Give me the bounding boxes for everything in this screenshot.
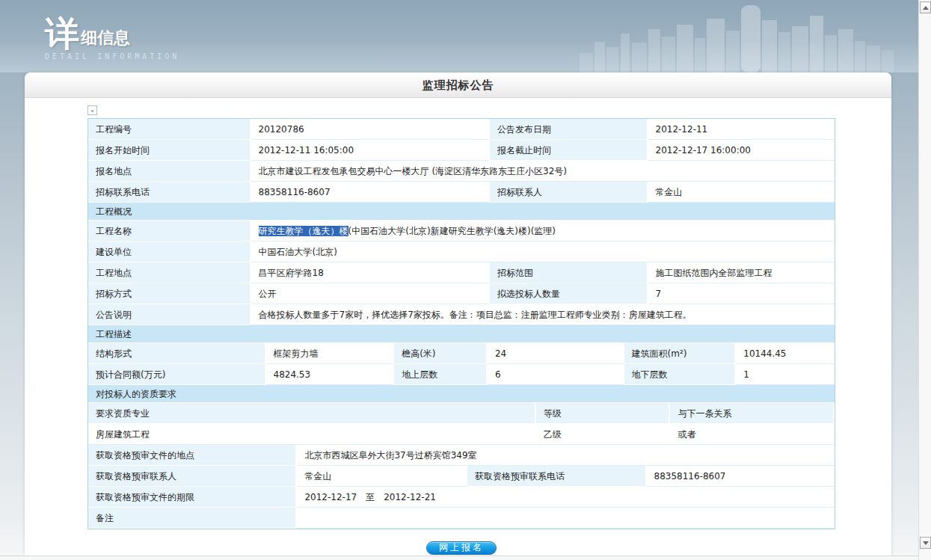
qualification-specialty: 房屋建筑工程 — [88, 424, 536, 445]
arrow-up-icon — [923, 6, 929, 10]
scroll-down-button[interactable] — [920, 537, 931, 549]
qualification-header-row: 要求资质专业 等级 与下一条关系 — [88, 403, 835, 424]
signup-start-label: 报名开始时间 — [88, 140, 251, 161]
scope-label: 招标范围 — [490, 262, 648, 283]
preq-doc-place-value: 北京市西城区阜外大街37号过桥宾馆349室 — [297, 445, 835, 466]
selected-text: 研究生教学（逸夫）楼 — [259, 226, 348, 236]
content-card: 监理招标公告 工程编号 20120786 公告发布日期 2012-12-11 报… — [25, 73, 891, 556]
location-value: 昌平区府学路18 — [251, 262, 490, 283]
project-name-rest: (中国石油大学(北京)新建研究生教学(逸夫)楼)(监理) — [348, 226, 556, 236]
table-row: 报名开始时间 2012-12-11 16:05:00 报名截止时间 2012-1… — [88, 140, 835, 161]
remark-label: 备注 — [88, 508, 297, 529]
preq-period-value: 2012-12-17 至 2012-12-21 — [297, 487, 835, 508]
floors-above-value: 6 — [488, 364, 624, 385]
method-label: 招标方式 — [88, 283, 251, 304]
table-row: 获取资格预审文件的期限 2012-12-17 至 2012-12-21 — [88, 487, 835, 508]
table-row: 工程编号 20120786 公告发布日期 2012-12-11 — [88, 119, 835, 140]
signup-place-label: 报名地点 — [88, 161, 251, 182]
section-header-overview: 工程概况 — [88, 203, 835, 221]
table-row: 工程地点 昌平区府学路18 招标范围 施工图纸范围内全部监理工程 — [88, 262, 835, 283]
page-header: 详细信息 DETAIL INFORMATION — [0, 0, 931, 73]
preq-period-label: 获取资格预审文件的期限 — [88, 487, 297, 508]
signup-start-value: 2012-12-11 16:05:00 — [251, 140, 490, 161]
section-header-qualification: 对投标人的资质要求 — [88, 385, 835, 403]
method-value: 公开 — [251, 283, 490, 304]
table-row: 获取资格预审文件的地点 北京市西城区阜外大街37号过桥宾馆349室 — [88, 445, 835, 466]
eave-height-label: 檐高(米) — [394, 343, 488, 364]
tender-contact-label: 招标联系人 — [490, 182, 648, 203]
image-placeholder-icon — [87, 105, 97, 115]
button-row: 网上报名 — [87, 539, 835, 555]
project-name-label: 工程名称 — [88, 221, 251, 241]
project-no-label: 工程编号 — [88, 119, 251, 140]
section-title: 工程概况 — [88, 203, 835, 221]
project-name-value: 研究生教学（逸夫）楼(中国石油大学(北京)新建研究生教学(逸夫)楼)(监理) — [251, 221, 835, 241]
builder-label: 建设单位 — [88, 241, 251, 262]
announce-note-value: 合格投标人数量多于7家时，择优选择7家投标。备注：项目总监：注册监理工程师专业类… — [251, 304, 835, 325]
col-grade: 等级 — [536, 403, 671, 424]
floors-below-value: 1 — [736, 364, 835, 385]
vertical-scrollbar[interactable] — [918, 0, 931, 560]
tender-contact-value: 常金山 — [648, 182, 835, 203]
table-row: 招标联系电话 88358116-8607 招标联系人 常金山 — [88, 182, 835, 203]
signup-end-value: 2012-12-17 16:00:00 — [648, 140, 835, 161]
publish-date-value: 2012-12-11 — [648, 119, 835, 140]
col-specialty: 要求资质专业 — [88, 403, 536, 424]
floor-area-label: 建筑面积(m²) — [624, 343, 737, 364]
qualification-relation: 或者 — [670, 424, 835, 445]
location-label: 工程地点 — [88, 262, 251, 283]
scope-value: 施工图纸范围内全部监理工程 — [648, 262, 835, 283]
signup-end-label: 报名截止时间 — [490, 140, 648, 161]
table-row: 结构形式 框架剪力墙 檐高(米) 24 建筑面积(m²) 10144.45 — [88, 343, 835, 364]
tender-phone-value: 88358116-8607 — [251, 182, 490, 203]
contract-amount-label: 预计合同额(万元) — [88, 364, 266, 385]
floor-area-value: 10144.45 — [736, 343, 835, 364]
qualification-data-row: 房屋建筑工程 乙级 或者 — [88, 424, 835, 445]
signup-place-value: 北京市建设工程发包承包交易中心一楼大厅 (海淀区清华东路东王庄小区32号) — [251, 161, 835, 182]
logo-main-char: 详 — [45, 13, 79, 54]
page-title: 监理招标公告 — [25, 73, 891, 98]
site-logo: 详细信息 DETAIL INFORMATION — [45, 16, 179, 61]
preq-phone-value: 88358116-8607 — [647, 466, 835, 487]
city-skyline-graphic — [580, 1, 901, 73]
floors-above-label: 地上层数 — [394, 364, 488, 385]
section-title: 对投标人的资质要求 — [88, 385, 835, 403]
remark-value — [297, 508, 835, 529]
table-row: 公告说明 合格投标人数量多于7家时，择优选择7家投标。备注：项目总监：注册监理工… — [88, 304, 835, 325]
publish-date-label: 公告发布日期 — [490, 119, 648, 140]
table-row: 工程名称 研究生教学（逸夫）楼(中国石油大学(北京)新建研究生教学(逸夫)楼)(… — [88, 221, 835, 241]
placeholder-dot — [91, 110, 93, 112]
table-row: 招标方式 公开 拟选投标人数量 7 — [88, 283, 835, 304]
announce-note-label: 公告说明 — [88, 304, 251, 325]
contract-amount-value: 4824.53 — [266, 364, 395, 385]
online-signup-button[interactable]: 网上报名 — [426, 541, 497, 555]
table-row: 建设单位 中国石油大学(北京) — [88, 241, 835, 262]
table-row: 预计合同额(万元) 4824.53 地上层数 6 地下层数 1 — [88, 364, 835, 385]
section-header-description: 工程描述 — [88, 325, 835, 343]
logo-english-caption: DETAIL INFORMATION — [45, 52, 179, 61]
project-no-value: 20120786 — [251, 119, 490, 140]
bidder-count-value: 7 — [648, 283, 835, 304]
table-row: 获取资格预审联系人 常金山 获取资格预审联系电话 88358116-8607 — [88, 466, 835, 487]
eave-height-value: 24 — [488, 343, 624, 364]
preq-contact-label: 获取资格预审联系人 — [88, 466, 297, 487]
arrow-down-icon — [923, 541, 929, 545]
section-title: 工程描述 — [88, 325, 835, 343]
table-row: 报名地点 北京市建设工程发包承包交易中心一楼大厅 (海淀区清华东路东王庄小区32… — [88, 161, 835, 182]
scroll-up-button[interactable] — [920, 1, 931, 13]
preq-doc-place-label: 获取资格预审文件的地点 — [88, 445, 297, 466]
qualification-grade: 乙级 — [536, 424, 671, 445]
preq-phone-label: 获取资格预审联系电话 — [467, 466, 647, 487]
bottom-strip — [0, 556, 931, 560]
structure-label: 结构形式 — [88, 343, 266, 364]
col-relation: 与下一条关系 — [670, 403, 835, 424]
table-row: 备注 — [88, 508, 835, 529]
structure-value: 框架剪力墙 — [266, 343, 395, 364]
tender-phone-label: 招标联系电话 — [88, 182, 251, 203]
builder-value: 中国石油大学(北京) — [251, 241, 835, 262]
logo-sub-chars: 细信息 — [81, 28, 130, 47]
bidder-count-label: 拟选投标人数量 — [490, 283, 648, 304]
floors-below-label: 地下层数 — [624, 364, 737, 385]
preq-contact-value: 常金山 — [297, 466, 467, 487]
detail-table: 工程编号 20120786 公告发布日期 2012-12-11 报名开始时间 2… — [87, 118, 835, 529]
